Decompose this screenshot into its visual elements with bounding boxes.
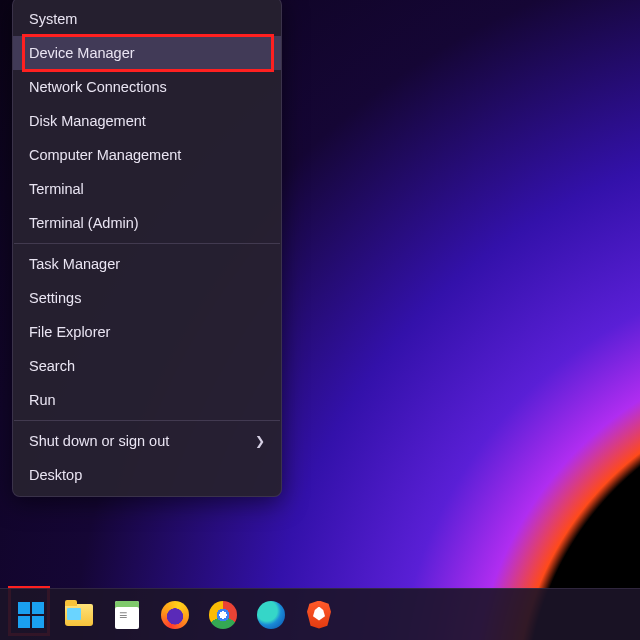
svg-rect-3	[32, 616, 44, 628]
chrome-icon	[209, 601, 237, 629]
file-explorer-button[interactable]	[58, 594, 100, 636]
menu-item-disk-management[interactable]: Disk Management	[13, 104, 281, 138]
chevron-right-icon: ❯	[255, 434, 265, 448]
svg-rect-1	[32, 602, 44, 614]
notepad-icon	[115, 601, 139, 629]
notepadpp-button[interactable]	[106, 594, 148, 636]
firefox-icon	[161, 601, 189, 629]
menu-item-shutdown[interactable]: Shut down or sign out ❯	[13, 424, 281, 458]
menu-item-task-manager[interactable]: Task Manager	[13, 247, 281, 281]
menu-item-device-manager[interactable]: Device Manager	[13, 36, 281, 70]
menu-separator	[14, 243, 280, 244]
start-icon	[18, 602, 44, 628]
svg-rect-0	[18, 602, 30, 614]
menu-item-search[interactable]: Search	[13, 349, 281, 383]
menu-item-terminal[interactable]: Terminal	[13, 172, 281, 206]
brave-icon	[307, 601, 331, 629]
edge-button[interactable]	[250, 594, 292, 636]
menu-item-terminal-admin[interactable]: Terminal (Admin)	[13, 206, 281, 240]
edge-icon	[257, 601, 285, 629]
menu-item-computer-management[interactable]: Computer Management	[13, 138, 281, 172]
menu-item-settings[interactable]: Settings	[13, 281, 281, 315]
menu-item-system[interactable]: System	[13, 2, 281, 36]
start-button[interactable]	[10, 594, 52, 636]
menu-separator	[14, 420, 280, 421]
winx-context-menu: System Device Manager Network Connection…	[12, 0, 282, 497]
firefox-button[interactable]	[154, 594, 196, 636]
menu-item-file-explorer[interactable]: File Explorer	[13, 315, 281, 349]
menu-item-run[interactable]: Run	[13, 383, 281, 417]
brave-button[interactable]	[298, 594, 340, 636]
chrome-button[interactable]	[202, 594, 244, 636]
svg-rect-2	[18, 616, 30, 628]
menu-item-network-connections[interactable]: Network Connections	[13, 70, 281, 104]
menu-item-desktop[interactable]: Desktop	[13, 458, 281, 492]
folder-icon	[65, 604, 93, 626]
taskbar	[0, 588, 640, 640]
